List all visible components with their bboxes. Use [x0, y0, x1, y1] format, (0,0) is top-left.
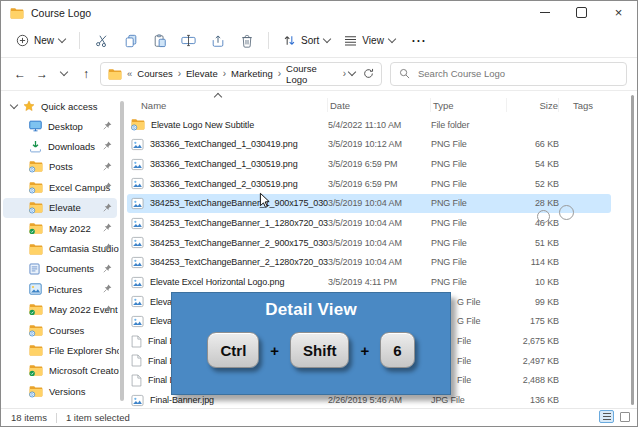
sidebar-item-file-explorer-shortcu[interactable]: File Explorer Shortcu	[3, 340, 117, 360]
sidebar-item-label: May 2022	[49, 223, 91, 234]
file-name: Final-Banner.jpg	[150, 395, 214, 405]
sidebar-item-downloads[interactable]: Downloads	[3, 136, 117, 156]
view-label: View	[362, 35, 384, 46]
table-row[interactable]: 383366_TextChanged_2_030519.png3/5/2019 …	[127, 174, 611, 194]
view-button[interactable]: View	[337, 31, 402, 50]
vertical-scrollbar[interactable]	[631, 95, 634, 405]
sidebar-scrollbar[interactable]	[120, 101, 124, 401]
png-file-icon	[131, 236, 144, 249]
folder-icon	[29, 243, 43, 255]
close-button[interactable]: ×	[600, 1, 637, 24]
png-file-icon	[131, 295, 144, 308]
pin-icon	[103, 243, 112, 254]
search-icon	[399, 68, 410, 79]
file-date: 3/5/2019 6:59 PM	[328, 159, 431, 169]
column-header-size[interactable]: Size	[507, 98, 559, 112]
minimize-button[interactable]	[526, 1, 563, 24]
address-bar: ← → ↑ « Courses›Elevate›Marketing›Course…	[1, 57, 637, 91]
table-row[interactable]: 384253_TextChangeBanner_1_900x175_030419…	[127, 194, 611, 214]
click-indicator	[559, 205, 574, 220]
breadcrumb-overflow[interactable]: «	[127, 68, 132, 79]
breadcrumb[interactable]: « Courses›Elevate›Marketing›Course Logo›	[100, 62, 382, 86]
forward-button[interactable]: →	[31, 62, 53, 86]
png-file-icon	[131, 138, 144, 151]
breadcrumb-item-elevate[interactable]: Elevate	[184, 68, 220, 79]
table-row[interactable]: 383366_TextChanged_1_030519.png3/5/2019 …	[127, 154, 611, 174]
file-name-cell: 384253_TextChangeBanner_1_900x175_030419…	[127, 197, 328, 210]
file-explorer-window: Course Logo × New Sort View	[0, 0, 638, 427]
file-date: 3/5/2019 10:04 AM	[328, 198, 431, 208]
file-type: PNG File	[431, 218, 507, 228]
table-row[interactable]: Elevate Excel Horizontal Logo.png3/5/201…	[127, 272, 611, 292]
rename-button[interactable]	[174, 29, 203, 53]
shortcut-overlay: Detail View Ctrl+Shift+6	[171, 292, 451, 395]
sidebar-item-courses[interactable]: Courses	[3, 320, 117, 340]
chevron-down-icon	[60, 68, 68, 76]
png-file-icon	[131, 217, 144, 230]
column-header-type[interactable]: Type	[431, 98, 507, 112]
folder-icon	[29, 344, 43, 356]
paste-button[interactable]	[145, 29, 174, 53]
sidebar-item-elevate[interactable]: Elevate	[3, 198, 117, 218]
sidebar-item-may-2022[interactable]: May 2022	[3, 218, 117, 238]
file-name: Elevate Excel Horizontal Logo.png	[150, 277, 284, 287]
sidebar-item-desktop[interactable]: Desktop	[3, 116, 117, 136]
pin-icon	[103, 162, 112, 173]
sidebar-item-quick-access[interactable]: Quick access	[1, 96, 119, 116]
divider	[56, 413, 57, 423]
sidebar-item-microsoft-creators-v[interactable]: Microsoft Creators V	[3, 361, 117, 381]
share-button[interactable]	[203, 29, 232, 53]
sidebar-item-versions[interactable]: Versions	[3, 381, 117, 401]
new-button[interactable]: New	[9, 30, 72, 51]
breadcrumb-separator: ›	[220, 68, 229, 79]
sidebar-item-pictures[interactable]: Pictures	[3, 279, 117, 299]
breadcrumb-item-marketing[interactable]: Marketing	[229, 68, 275, 79]
folder-sync-icon	[29, 385, 43, 398]
address-dropdown-icon[interactable]	[348, 68, 356, 76]
icons-view-toggle[interactable]	[617, 410, 632, 423]
sort-button[interactable]: Sort	[276, 30, 337, 51]
breadcrumb-item-courses[interactable]: Courses	[135, 68, 174, 79]
details-view-toggle[interactable]	[599, 410, 614, 423]
sidebar-item-camtasia-studio[interactable]: Camtasia Studio	[3, 238, 117, 258]
delete-button[interactable]	[232, 29, 261, 53]
table-row[interactable]: 384253_TextChangeBanner_2_1280x720_03041…	[127, 253, 611, 273]
documents-icon	[29, 263, 40, 275]
file-size: 2,675 KB	[507, 336, 559, 346]
file-size: 66 KB	[507, 139, 559, 149]
plus-sign: +	[360, 342, 369, 359]
more-options-button[interactable]: ···	[402, 34, 437, 48]
sidebar-item-excel-campus[interactable]: Excel Campus	[3, 177, 117, 197]
maximize-button[interactable]	[563, 1, 600, 24]
table-row[interactable]: Elevate Logo New Subtitle5/4/2022 11:10 …	[127, 115, 611, 135]
table-row[interactable]: 384253_TextChangeBanner_2_900x175_030419…	[127, 233, 611, 253]
file-type: PNG File	[431, 139, 507, 149]
file-name-cell: 384253_TextChangeBanner_2_1280x720_03041…	[127, 256, 328, 269]
column-header-date[interactable]: Date	[328, 98, 431, 112]
sort-label: Sort	[301, 35, 319, 46]
recent-locations-button[interactable]	[53, 62, 75, 86]
file-file-icon	[131, 374, 142, 387]
back-button[interactable]: ←	[9, 62, 31, 86]
sidebar-item-may-2022-event[interactable]: May 2022 Event	[3, 300, 117, 320]
refresh-icon[interactable]	[363, 68, 374, 79]
folder-sync-icon	[29, 324, 43, 337]
table-row[interactable]: 383366_TextChanged_1_030419.png3/5/2019 …	[127, 135, 611, 155]
column-header-name[interactable]: Name	[127, 98, 328, 112]
title-bar: Course Logo ×	[1, 1, 637, 24]
pin-icon	[103, 121, 112, 132]
column-header-tags[interactable]: Tags	[571, 98, 611, 112]
search-box[interactable]	[390, 62, 627, 86]
folder-check-icon	[29, 222, 43, 235]
sidebar-item-posts[interactable]: Posts	[3, 157, 117, 177]
cut-button[interactable]	[87, 29, 116, 53]
up-button[interactable]: ↑	[75, 62, 97, 86]
copy-button[interactable]	[116, 29, 145, 53]
sidebar-item-documents[interactable]: Documents	[3, 259, 117, 279]
breadcrumb-item-course-logo[interactable]: Course Logo	[284, 63, 340, 85]
search-input[interactable]	[416, 67, 618, 80]
file-size: 114 KB	[507, 257, 559, 267]
view-lines-icon	[344, 35, 357, 46]
file-date: 3/5/2019 10:04 AM	[328, 257, 431, 267]
chevron-down-icon[interactable]	[10, 100, 18, 108]
